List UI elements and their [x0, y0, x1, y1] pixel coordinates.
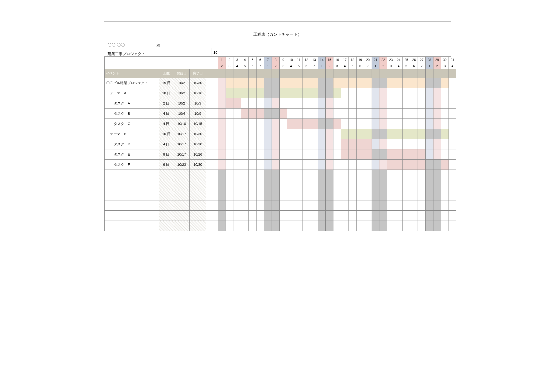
calendar-wday-14: 1 — [318, 63, 326, 69]
cell-d27 — [418, 78, 426, 88]
client-underline — [106, 48, 164, 48]
cell-d15 — [326, 78, 333, 88]
calendar-wday-18: 5 — [349, 63, 357, 69]
cell-d23 — [387, 98, 395, 109]
header-start: 開始日 — [174, 69, 190, 78]
task-name: テーマ B — [105, 129, 159, 139]
task-end: 10/30 — [190, 160, 206, 170]
calendar-wday-9: 3 — [279, 63, 287, 69]
cell-d25 — [403, 139, 410, 149]
cell-d13 — [310, 78, 318, 88]
cell-d27 — [418, 98, 426, 109]
cell-d18 — [349, 160, 357, 170]
cell-d27 — [418, 88, 426, 98]
cell-d3 — [233, 78, 241, 88]
task-days: 2 日 — [159, 98, 174, 109]
task-days: 4 日 — [159, 139, 174, 149]
cell-d26 — [410, 139, 418, 149]
client-suffix: 様 — [156, 43, 160, 48]
cell-d19 — [356, 129, 364, 139]
cell-d6 — [256, 98, 264, 109]
calendar-day-22: 22 — [379, 57, 387, 63]
calendar-day-10: 10 — [287, 57, 295, 63]
cell-d7 — [264, 119, 272, 129]
cell-d9 — [279, 78, 287, 88]
cell-d7 — [264, 78, 272, 88]
cell-d21 — [372, 109, 379, 119]
cell-d6 — [256, 129, 264, 139]
empty-row-5 — [105, 221, 456, 231]
cell-d4 — [241, 109, 249, 119]
cell-d6 — [256, 119, 264, 129]
cell-d2 — [226, 98, 233, 109]
cell-d27 — [418, 119, 426, 129]
cell-d29 — [433, 78, 441, 88]
cell-d18 — [349, 129, 357, 139]
cell-d4 — [241, 119, 249, 129]
cell-d1 — [218, 149, 226, 160]
cell-d2 — [226, 129, 233, 139]
cell-d29 — [433, 98, 441, 109]
cell-d18 — [349, 88, 357, 98]
cell-d15 — [326, 139, 333, 149]
task-row-5: テーマ B10 日10/1710/30 — [105, 129, 456, 139]
gantt-table: 1234567891011121314151617181920212223242… — [104, 57, 456, 231]
calendar-day-5: 5 — [249, 57, 257, 63]
task-start: 10/2 — [174, 88, 190, 98]
cell-d11 — [295, 139, 303, 149]
calendar-day-6: 6 — [256, 57, 264, 63]
cell-d7 — [264, 149, 272, 160]
calendar-wday-22: 2 — [379, 63, 387, 69]
calendar-day-1: 1 — [218, 57, 226, 63]
cell-d28 — [426, 98, 433, 109]
calendar-wday-25: 5 — [403, 63, 410, 69]
cell-d30 — [441, 109, 449, 119]
cell-d8 — [272, 88, 280, 98]
empty-row-3 — [105, 200, 456, 211]
calendar-wday-12: 6 — [303, 63, 310, 69]
cell-d9 — [279, 139, 287, 149]
cell-d1 — [218, 119, 226, 129]
cell-d28 — [426, 88, 433, 98]
cell-d9 — [279, 160, 287, 170]
cell-d29 — [433, 109, 441, 119]
cell-d12 — [303, 119, 310, 129]
cell-d10 — [287, 119, 295, 129]
cell-d6 — [256, 139, 264, 149]
task-row-0: 〇〇ビル建築プロジェクト15 日10/210/30 — [105, 78, 456, 88]
calendar-wday-24: 4 — [395, 63, 403, 69]
cell-d30 — [441, 78, 449, 88]
cell-d3 — [233, 160, 241, 170]
calendar-wday-1: 2 — [218, 63, 226, 69]
calendar-day-24: 24 — [395, 57, 403, 63]
cell-d10 — [287, 78, 295, 88]
header-event: イベント — [105, 69, 159, 78]
calendar-day-25: 25 — [403, 57, 410, 63]
task-end: 10/20 — [190, 139, 206, 149]
cell-d10 — [287, 88, 295, 98]
calendar-day-21: 21 — [372, 57, 379, 63]
cell-d9 — [279, 129, 287, 139]
cell-d5 — [249, 129, 257, 139]
task-row-3: タスク B4 日10/410/9 — [105, 109, 456, 119]
cell-d16 — [333, 78, 341, 88]
cell-d20 — [364, 98, 372, 109]
cell-d12 — [303, 149, 310, 160]
cell-d9 — [279, 149, 287, 160]
cell-d14 — [318, 149, 326, 160]
calendar-wday-29: 2 — [433, 63, 441, 69]
cell-d6 — [256, 160, 264, 170]
cell-d31 — [449, 129, 456, 139]
cell-d17 — [341, 78, 349, 88]
cell-d26 — [410, 98, 418, 109]
cell-d2 — [226, 109, 233, 119]
header-days: 工数 — [159, 69, 174, 78]
cell-d19 — [356, 149, 364, 160]
cell-d9 — [279, 88, 287, 98]
cell-d16 — [333, 88, 341, 98]
cell-d18 — [349, 78, 357, 88]
column-headers-row: イベント工数開始日完了日 — [105, 69, 456, 78]
cell-d20 — [364, 149, 372, 160]
blank-header-bar — [104, 22, 451, 30]
cell-d8 — [272, 109, 280, 119]
